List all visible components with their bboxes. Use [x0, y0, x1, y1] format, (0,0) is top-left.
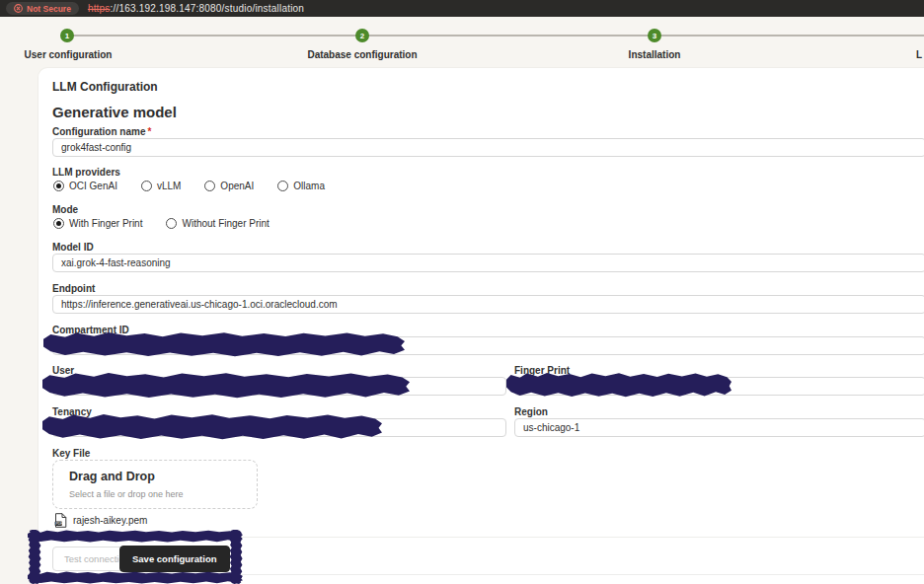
configuration-name-label: Configuration name* — [52, 126, 151, 137]
not-secure-label: Not Secure — [27, 4, 71, 14]
svg-text:PDF: PDF — [56, 522, 63, 526]
redaction-scribble-compartment-id — [43, 331, 405, 357]
radio-openai[interactable]: OpenAI — [204, 181, 254, 191]
step-number: 2 — [360, 32, 364, 40]
model-id-label: Model ID — [52, 242, 94, 253]
generative-model-heading: Generative model — [52, 104, 177, 120]
llm-providers-label: LLM providers — [52, 167, 120, 178]
key-file-dropzone[interactable]: Drag and Drop Select a file or drop one … — [52, 460, 258, 509]
llm-configuration-card: LLM Configuration Generative model Confi… — [38, 67, 924, 584]
finger-print-label: Finger Print — [514, 365, 570, 376]
key-file-label: Key File — [52, 448, 90, 459]
compartment-id-label: Compartment ID — [52, 325, 129, 335]
radio-selected-icon[interactable] — [53, 181, 64, 191]
mode-label: Mode — [52, 204, 78, 215]
divider-below-buttons — [38, 574, 924, 575]
step-circle-1[interactable]: 1 — [60, 29, 74, 42]
endpoint-label: Endpoint — [52, 283, 95, 294]
endpoint-input[interactable] — [52, 295, 924, 314]
not-secure-badge[interactable]: Not Secure — [6, 2, 79, 15]
step-number: 3 — [653, 32, 656, 40]
model-id-input[interactable] — [52, 254, 924, 272]
radio-label: Without Finger Print — [182, 218, 269, 229]
step-label-partial-4[interactable]: L — [916, 49, 922, 60]
browser-address-bar[interactable]: Not Secure https://163.192.198.147:8080/… — [0, 0, 924, 17]
radio-label: OCI GenAI — [69, 181, 117, 191]
redaction-scribble-user — [42, 372, 410, 399]
uploaded-file-chip[interactable]: PDF rajesh-aikey.pem — [54, 513, 147, 528]
redaction-scribble-tenancy — [42, 413, 382, 440]
document-icon: PDF — [54, 513, 67, 528]
radio-label: With Finger Print — [69, 218, 142, 229]
radio-label: OpenAI — [220, 181, 254, 191]
step-label-user-configuration[interactable]: User configuration — [25, 49, 113, 60]
stepper-connector-line — [67, 35, 924, 36]
page-title: LLM Configuration — [52, 80, 158, 94]
dropzone-subtitle: Select a file or drop one here — [69, 489, 184, 499]
configuration-name-input[interactable] — [52, 138, 924, 157]
page: { "browser": { "badge_label": "Not Secur… — [0, 0, 924, 584]
user-label: User — [52, 365, 74, 376]
divider-above-buttons — [38, 537, 924, 538]
radio-unselected-icon[interactable] — [204, 181, 215, 191]
save-configuration-button[interactable]: Save configuration — [119, 546, 230, 572]
label-text: Configuration name — [52, 126, 145, 137]
redaction-scribble-finger-print — [506, 372, 732, 398]
region-input[interactable] — [514, 418, 924, 437]
mode-radio-group: With Finger Print Without Finger Print — [53, 218, 270, 229]
step-number: 1 — [65, 32, 69, 40]
radio-vllm[interactable]: vLLM — [141, 181, 181, 191]
radio-unselected-icon[interactable] — [166, 218, 177, 229]
radio-label: Ollama — [293, 181, 325, 191]
radio-with-finger-print[interactable]: With Finger Print — [53, 218, 142, 229]
radio-unselected-icon[interactable] — [141, 181, 152, 191]
dropzone-title: Drag and Drop — [69, 470, 155, 483]
required-asterisk: * — [147, 126, 151, 137]
radio-unselected-icon[interactable] — [277, 181, 288, 191]
circle-x-icon — [14, 4, 23, 13]
step-label-database-configuration[interactable]: Database configuration — [307, 49, 417, 60]
llm-providers-radio-group: OCI GenAI vLLM OpenAI Ollama — [53, 181, 325, 191]
region-label: Region — [514, 406, 548, 417]
url-rest: ://163.192.198.147:8080/studio/installat… — [111, 3, 305, 14]
radio-without-finger-print[interactable]: Without Finger Print — [166, 218, 269, 229]
radio-oci-genai[interactable]: OCI GenAI — [53, 181, 117, 191]
uploaded-file-name: rajesh-aikey.pem — [73, 515, 147, 526]
radio-selected-icon[interactable] — [53, 218, 64, 229]
radio-label: vLLM — [157, 181, 181, 191]
step-label-installation[interactable]: Installation — [629, 49, 681, 60]
step-circle-3[interactable]: 3 — [648, 29, 661, 42]
url-scheme: https — [88, 3, 111, 14]
radio-ollama[interactable]: Ollama — [277, 181, 325, 191]
step-circle-2[interactable]: 2 — [355, 29, 369, 42]
url-text[interactable]: https://163.192.198.147:8080/studio/inst… — [88, 3, 304, 14]
